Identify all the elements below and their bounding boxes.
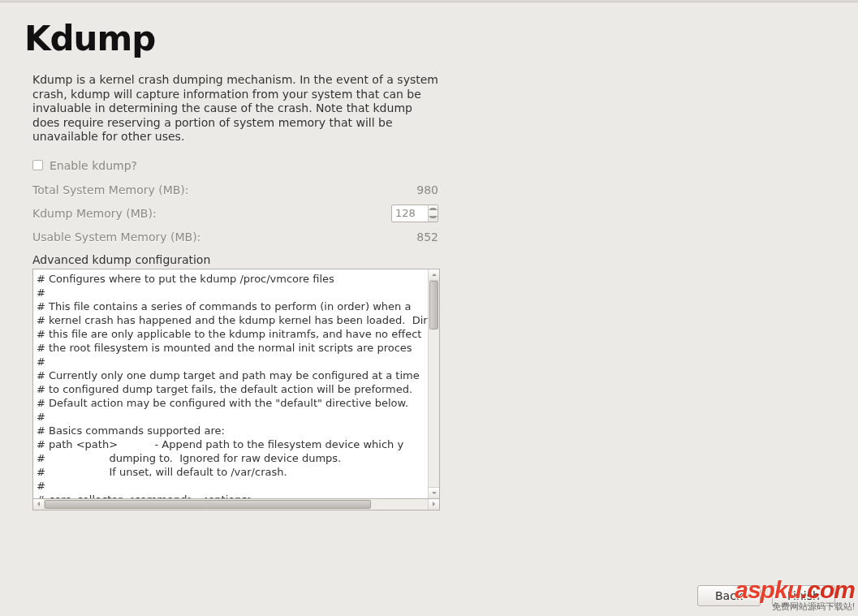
scroll-right-button[interactable] bbox=[428, 499, 439, 510]
page-title: Kdump bbox=[24, 19, 834, 58]
kdump-memory-spinbox[interactable]: 128 bbox=[391, 205, 438, 222]
page-description: Kdump is a kernel crash dumping mechanis… bbox=[32, 73, 438, 144]
vertical-scroll-thumb[interactable] bbox=[429, 281, 438, 330]
vertical-scroll-track[interactable] bbox=[429, 281, 439, 487]
kdump-memory-label: Kdump Memory (MB): bbox=[32, 207, 391, 220]
chevron-up-icon bbox=[432, 274, 437, 276]
finish-button[interactable]: Finish bbox=[772, 585, 835, 606]
total-memory-value: 980 bbox=[382, 183, 438, 196]
usable-memory-label: Usable System Memory (MB): bbox=[32, 230, 382, 243]
horizontal-scrollbar[interactable] bbox=[32, 499, 440, 510]
footer-button-bar: Back Finish bbox=[0, 575, 858, 616]
advanced-config-label: Advanced kdump configuration bbox=[32, 253, 438, 266]
chevron-down-icon bbox=[432, 492, 437, 494]
enable-kdump-label: Enable kdump? bbox=[50, 159, 137, 172]
horizontal-scroll-thumb[interactable] bbox=[45, 500, 371, 509]
total-memory-label: Total System Memory (MB): bbox=[32, 183, 382, 196]
spin-up-button[interactable] bbox=[429, 205, 438, 213]
back-button[interactable]: Back bbox=[697, 585, 761, 606]
advanced-config-textarea[interactable]: # Configures where to put the kdump /pro… bbox=[33, 269, 428, 498]
chevron-down-icon bbox=[429, 216, 438, 218]
vertical-scrollbar[interactable] bbox=[428, 269, 439, 498]
chevron-right-icon bbox=[433, 502, 435, 506]
usable-memory-value: 852 bbox=[382, 230, 438, 243]
horizontal-scroll-track[interactable] bbox=[45, 499, 428, 510]
spin-down-button[interactable] bbox=[429, 213, 438, 222]
chevron-left-icon bbox=[37, 502, 40, 506]
scroll-up-button[interactable] bbox=[429, 269, 439, 281]
scroll-left-button[interactable] bbox=[33, 499, 45, 510]
enable-kdump-checkbox[interactable] bbox=[32, 160, 43, 170]
kdump-memory-value: 128 bbox=[392, 205, 428, 222]
chevron-up-icon bbox=[429, 208, 438, 210]
scroll-down-button[interactable] bbox=[429, 487, 439, 498]
